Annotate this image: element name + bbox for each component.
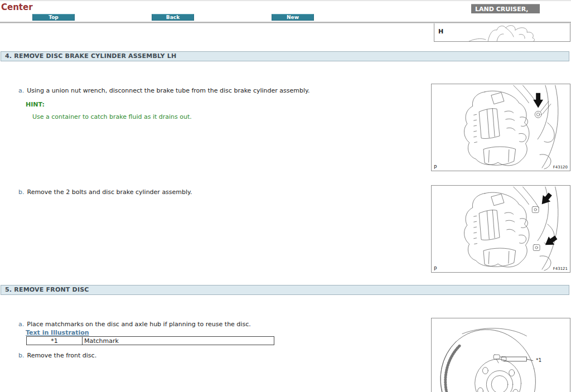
caliper-line-art xyxy=(432,186,570,272)
step-text: Place matchmarks on the disc and axle hu… xyxy=(27,321,250,328)
table-key-cell: *1 xyxy=(27,337,83,345)
step-text: Remove the 2 bolts and disc brake cylind… xyxy=(27,188,192,196)
step-5a: a.Place matchmarks on the disc and axle … xyxy=(18,321,251,328)
disc-rotor-line-art xyxy=(432,318,570,392)
figure-id: F43121 xyxy=(553,267,568,271)
step-text: Remove the front disc. xyxy=(27,352,96,359)
text-in-illustration-caption: Text in Illustration xyxy=(26,329,89,336)
figure-corner-label: H xyxy=(438,28,443,35)
figure-front-disc: *1 xyxy=(431,318,570,392)
page-title: Center xyxy=(1,2,33,12)
new-button[interactable]: New xyxy=(272,14,314,21)
caliper-line-art xyxy=(432,84,570,171)
section-4-header: 4. REMOVE DISC BRAKE CYLINDER ASSEMBLY L… xyxy=(1,51,569,61)
figure-corner-label: P xyxy=(434,164,437,170)
top-button[interactable]: Top xyxy=(32,14,75,21)
step-letter: a. xyxy=(18,87,24,94)
hands-line-art xyxy=(434,23,570,42)
figure-f43120: P F43120 xyxy=(431,84,570,171)
callout-label: *1 xyxy=(536,357,541,363)
table-row: *1 Matchmark xyxy=(27,337,274,345)
arrow-indicator xyxy=(543,233,559,249)
arrow-indicator xyxy=(533,93,543,108)
service-manual-page: Center Top Back New LAND CRUISER, H 4. R… xyxy=(0,0,571,392)
step-letter: b. xyxy=(18,352,24,359)
step-4a: a.Using a union nut wrench, disconnect t… xyxy=(18,87,309,94)
step-letter: a. xyxy=(18,321,24,328)
hint-label: HINT: xyxy=(26,101,45,108)
figure-id: F43120 xyxy=(553,165,568,170)
table-value-cell: Matchmark xyxy=(83,337,274,345)
hint-text: Use a container to catch brake fluid as … xyxy=(32,113,192,120)
step-text: Using a union nut wrench, disconnect the… xyxy=(27,87,309,94)
step-letter: b. xyxy=(18,188,24,196)
step-4b: b.Remove the 2 bolts and disc brake cyli… xyxy=(18,188,192,196)
text-in-illustration-table: *1 Matchmark xyxy=(26,336,274,345)
figure-corner-label: P xyxy=(434,266,437,272)
section-5-header: 5. REMOVE FRONT DISC xyxy=(1,285,569,295)
step-5b: b.Remove the front disc. xyxy=(18,352,96,359)
top-border-line xyxy=(0,0,571,1)
model-badge: LAND CRUISER, xyxy=(471,4,540,13)
partial-previous-figure: H xyxy=(434,23,570,42)
arrow-indicator xyxy=(538,191,554,207)
figure-f43121: P F43121 xyxy=(431,185,570,273)
back-button[interactable]: Back xyxy=(152,14,194,21)
